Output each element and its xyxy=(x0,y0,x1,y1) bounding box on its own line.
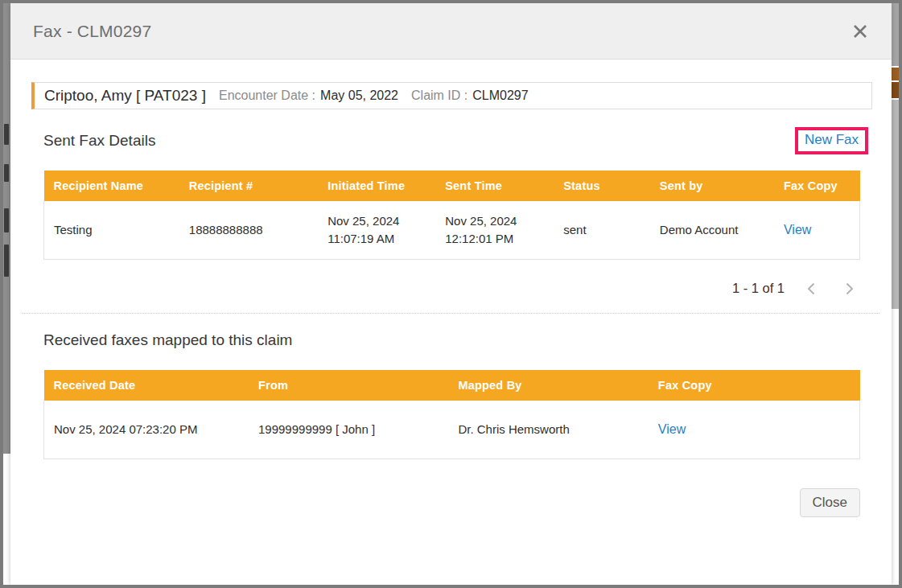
background-text-fragment xyxy=(4,124,9,145)
patient-name: Criptoo, Amy [ PAT023 ] xyxy=(44,87,206,105)
sent-fax-pagination: 1 - 1 of 1 xyxy=(43,279,860,298)
col-initiated-time: Initiated Time xyxy=(318,171,435,201)
modal-title: Fax - CLM0297 xyxy=(33,22,151,41)
pagination-range-text: 1 - 1 of 1 xyxy=(732,281,785,296)
background-text-fragment xyxy=(4,164,9,182)
background-page-right-edge xyxy=(892,3,899,585)
new-fax-button[interactable]: New Fax xyxy=(805,132,859,147)
col-recipient-number: Recipient # xyxy=(179,171,318,201)
sent-fax-section-header: Sent Fax Details New Fax xyxy=(43,127,860,154)
cell-status: sent xyxy=(554,201,650,259)
col-from: From xyxy=(249,370,448,401)
new-fax-highlight-annotation: New Fax xyxy=(795,127,868,154)
received-fax-section-header: Received faxes mapped to this claim xyxy=(43,327,860,354)
background-fragment xyxy=(892,82,899,98)
col-sent-by: Sent by xyxy=(650,171,774,201)
close-icon[interactable] xyxy=(848,19,872,43)
sent-fax-table: Recipient Name Recipient # Initiated Tim… xyxy=(43,171,860,260)
modal-footer: Close xyxy=(43,488,860,517)
fax-modal: Fax - CLM0297 Criptoo, Amy [ PAT023 ] En… xyxy=(10,3,892,585)
col-mapped-by: Mapped By xyxy=(448,370,648,401)
screenshot-frame: Fax - CLM0297 Criptoo, Amy [ PAT023 ] En… xyxy=(0,0,902,588)
claim-id-label: Claim ID : xyxy=(411,88,467,103)
background-fragment xyxy=(892,3,899,66)
cell-mapped-by: Dr. Chris Hemsworth xyxy=(448,401,648,459)
pagination-previous-icon[interactable] xyxy=(802,279,822,298)
received-fax-view-link[interactable]: View xyxy=(658,422,686,436)
pagination-next-icon[interactable] xyxy=(839,279,859,298)
received-fax-table-row: Nov 25, 2024 07:23:20 PM 19999999999 [ J… xyxy=(44,401,860,459)
cell-recipient-number: 18888888888 xyxy=(179,201,318,259)
section-divider xyxy=(23,313,879,314)
cell-sent-by: Demo Account xyxy=(650,201,774,259)
sent-fax-table-header-row: Recipient Name Recipient # Initiated Tim… xyxy=(44,171,860,201)
background-fragment xyxy=(892,68,899,80)
background-page-left-edge xyxy=(3,3,10,454)
sent-fax-details-title: Sent Fax Details xyxy=(43,132,155,150)
modal-body: Criptoo, Amy [ PAT023 ] Encounter Date :… xyxy=(10,60,892,585)
sent-fax-view-link[interactable]: View xyxy=(784,223,811,236)
col-received-date: Received Date xyxy=(44,370,249,401)
received-fax-table-header-row: Received Date From Mapped By Fax Copy xyxy=(44,370,860,401)
background-fragment xyxy=(892,100,899,309)
close-button[interactable]: Close xyxy=(800,488,860,517)
received-fax-table: Received Date From Mapped By Fax Copy No… xyxy=(43,370,860,460)
received-faxes-title: Received faxes mapped to this claim xyxy=(43,331,292,349)
col-received-fax-copy: Fax Copy xyxy=(649,370,860,401)
claim-id-value: CLM0297 xyxy=(472,88,528,103)
col-recipient-name: Recipient Name xyxy=(44,171,179,201)
cell-received-date: Nov 25, 2024 07:23:20 PM xyxy=(44,401,249,459)
encounter-date-label: Encounter Date : xyxy=(219,88,315,103)
background-text-fragment xyxy=(4,245,9,277)
col-status: Status xyxy=(554,171,650,201)
cell-sent-time: Nov 25, 2024 12:12:01 PM xyxy=(435,201,554,259)
col-fax-copy: Fax Copy xyxy=(774,171,860,201)
col-sent-time: Sent Time xyxy=(435,171,554,201)
background-text-fragment xyxy=(4,208,9,232)
cell-recipient-name: Testing xyxy=(44,201,179,259)
encounter-date-value: May 05, 2022 xyxy=(320,88,398,103)
modal-header: Fax - CLM0297 xyxy=(10,3,892,60)
cell-initiated-time: Nov 25, 2024 11:07:19 AM xyxy=(318,201,435,259)
patient-info-bar: Criptoo, Amy [ PAT023 ] Encounter Date :… xyxy=(31,82,872,109)
cell-from: 19999999999 [ John ] xyxy=(249,401,448,459)
sent-fax-table-row: Testing 18888888888 Nov 25, 2024 11:07:1… xyxy=(44,201,860,259)
